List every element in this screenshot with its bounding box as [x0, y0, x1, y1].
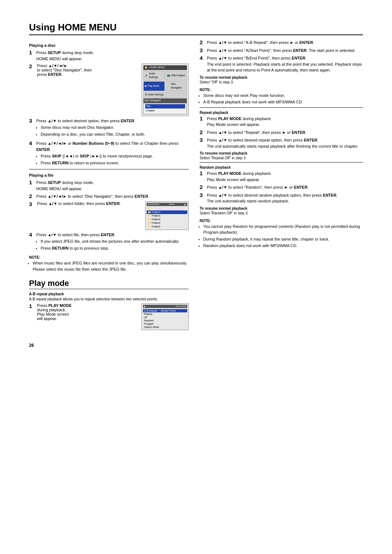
step-number-1: 1 — [29, 50, 34, 56]
ab-step-num-4: 4 — [200, 55, 205, 61]
file-step-num-4: 4 — [29, 232, 34, 238]
right-column: 2 Press ▲/▼ to select "A-B Repeat", then… — [200, 40, 363, 332]
ab-repeat-intro: A-B repeat playback allows you to repeat… — [29, 297, 189, 301]
repeat-step-num-3: 3 — [200, 137, 205, 143]
step-number-3: 3 — [29, 118, 34, 124]
ab-step-num-3: 3 — [200, 48, 205, 54]
left-column: Playing a disc 1 Press SETUP during stop… — [29, 40, 189, 332]
file-step-3-text: Press ▲/▼ to select folder, then press E… — [37, 201, 142, 206]
repeat-step-3: 3 Press ▲/▼ to select desired repeat opt… — [200, 137, 363, 149]
folder-menu-image: 00:00:00:00Dolby▶ 📁 📁 Folder1 📁 Folder2 … — [145, 201, 189, 230]
disc-step-4: 4 Press ▲/▼/◄/► or Number Buttons (0–9) … — [29, 140, 189, 167]
ab-step-3: 3 Press ▲/▼ to select "A(Start Point)", … — [200, 48, 363, 54]
ab-resume-title: To resume normal playback — [200, 75, 363, 79]
disc-step-3-content: Press ▲/▼ to select desired option, then… — [36, 118, 189, 139]
random-note-item-1: You cannot play Random for programmed co… — [203, 223, 363, 235]
disc-step-4-content: Press ▲/▼/◄/► or Number Buttons (0–9) to… — [36, 140, 189, 167]
playmode-step-1-text: Press PLAY MODE during playback. Play Mo… — [37, 303, 139, 321]
disc-step-2-text: Press ▲/▼/◄/► to select "Disc Navigator"… — [37, 63, 139, 77]
random-step-2: 2 Press ▲/▼ to select "Random", then pre… — [200, 184, 363, 190]
random-step-num-1: 1 — [200, 171, 205, 177]
ab-step-2-content: Press ▲/▼ to select "A-B Repeat", then p… — [207, 40, 363, 46]
page-number: 26 — [29, 343, 363, 348]
file-note-item-1: When music files and JPEG files are reco… — [33, 260, 189, 272]
disc-step-1: 1 Press SETUP during stop mode. HOME MEN… — [29, 50, 189, 62]
random-note-item-2: During Random playback, it may repeat th… — [203, 236, 363, 242]
file-step-num-3: 3 — [29, 201, 34, 208]
ab-step-4: 4 Press ▲/▼ to select "B(End Point)", th… — [200, 55, 363, 73]
random-step-num-3: 3 — [200, 192, 205, 198]
file-step-2-content: Press ▲/▼/◄/► to select "Disc Navigator"… — [36, 193, 189, 200]
file-step-2: 2 Press ▲/▼/◄/► to select "Disc Navigato… — [29, 193, 189, 200]
ab-note: NOTE: Some discs may not work Play mode … — [200, 88, 363, 105]
ab-resume-normal: To resume normal playback Select "Off" i… — [200, 75, 363, 85]
step-number-2: 2 — [29, 63, 34, 70]
random-resume-title: To resume normal playback — [200, 206, 363, 210]
ab-step-2: 2 Press ▲/▼ to select "A-B Repeat", then… — [200, 40, 363, 46]
file-note: NOTE: When music files and JPEG files ar… — [29, 255, 189, 272]
repeat-step-1: 1 Press PLAY MODE during playback. Play … — [200, 116, 363, 128]
playing-a-disc-title: Playing a disc — [29, 43, 189, 48]
repeat-resume-text: Select "Repeat Off" in step 3. — [200, 155, 363, 161]
playing-a-file-title: Playing a file — [29, 173, 189, 177]
ab-note-item-2: A-B Repeat playback does not work with M… — [203, 99, 363, 105]
ab-repeat-title: A-B repeat playback — [29, 292, 189, 296]
file-step-1: 1 Press SETUP during stop mode. HOME MEN… — [29, 180, 189, 192]
repeat-step-num-1: 1 — [200, 116, 205, 122]
play-mode-title: Play mode — [29, 279, 189, 289]
repeat-step-num-2: 2 — [200, 130, 205, 136]
random-step-num-2: 2 — [200, 184, 205, 190]
random-step-1: 1 Press PLAY MODE during playback. Play … — [200, 171, 363, 182]
home-menu-image: 🏠 HOME MENU 🔊 Audio Settings 📺 Video Adj… — [142, 63, 189, 116]
random-note: NOTE: You cannot play Random for program… — [200, 219, 363, 249]
repeat-resume-title: To resume normal playback — [200, 151, 363, 155]
file-note-title: NOTE: — [29, 255, 189, 259]
random-step-1-content: Press PLAY MODE during playback. Play Mo… — [207, 171, 363, 182]
disc-step-2: 2 Press ▲/▼/◄/► to select "Disc Navigato… — [29, 63, 189, 116]
file-step-num-2: 2 — [29, 193, 34, 200]
ab-resume-text: Select "Off" in step 3. — [200, 79, 363, 85]
random-resume-text: Select "Random Off" in step 3. — [200, 210, 363, 216]
playmode-step-1: 1 Press PLAY MODE during playback. Play … — [29, 303, 189, 330]
playmode-step-num-1: 1 — [29, 303, 34, 309]
ab-step-num-2: 2 — [200, 40, 205, 46]
random-note-item-3: Random playback does not work with MP3/W… — [203, 243, 363, 249]
repeat-step-1-content: Press PLAY MODE during playback. Play Mo… — [207, 116, 363, 128]
ab-note-title: NOTE: — [200, 88, 363, 92]
repeat-step-3-content: Press ▲/▼ to select desired repeat optio… — [207, 137, 363, 149]
ab-step-4-content: Press ▲/▼ to select "B(End Point)", then… — [207, 55, 363, 73]
file-step-4-content: Press ▲/▼ to select file, then press ENT… — [36, 232, 189, 253]
file-step-1-content: Press SETUP during stop mode. HOME MENU … — [36, 180, 189, 192]
repeat-resume-normal: To resume normal playback Select "Repeat… — [200, 151, 363, 161]
file-step-3: 3 Press ▲/▼ to select folder, then press… — [29, 201, 189, 230]
ab-step-3-content: Press ▲/▼ to select "A(Start Point)", th… — [207, 48, 363, 54]
random-note-title: NOTE: — [200, 219, 363, 223]
random-step-2-content: Press ▲/▼ to select "Random", then press… — [207, 184, 363, 190]
random-playback-title: Random playback — [200, 165, 363, 169]
disc-step-3: 3 Press ▲/▼ to select desired option, th… — [29, 118, 189, 139]
step-number-4: 4 — [29, 140, 34, 147]
random-resume-normal: To resume normal playback Select "Random… — [200, 206, 363, 216]
random-step-3-content: Press ▲/▼ to select desired random playb… — [207, 192, 363, 204]
page-content: Using HOME MENU Playing a disc 1 Press S… — [29, 22, 363, 348]
repeat-playback-title: Repeat playback — [200, 111, 363, 115]
main-title: Using HOME MENU — [29, 22, 363, 35]
random-step-3: 3 Press ▲/▼ to select desired random pla… — [200, 192, 363, 204]
file-step-num-1: 1 — [29, 180, 34, 186]
disc-step-1-content: Press SETUP during stop mode. HOME MENU … — [36, 50, 189, 62]
two-column-layout: Playing a disc 1 Press SETUP during stop… — [29, 40, 363, 332]
play-mode-menu-image: ▶Play Mode A-B Repeat A(Start Point) Rep… — [142, 303, 189, 330]
repeat-step-2: 2 Press ▲/▼ to select "Repeat", then pre… — [200, 130, 363, 136]
file-step-4: 4 Press ▲/▼ to select file, then press E… — [29, 232, 189, 253]
ab-note-item-1: Some discs may not work Play mode functi… — [203, 93, 363, 99]
repeat-step-2-content: Press ▲/▼ to select "Repeat", then press… — [207, 130, 363, 136]
